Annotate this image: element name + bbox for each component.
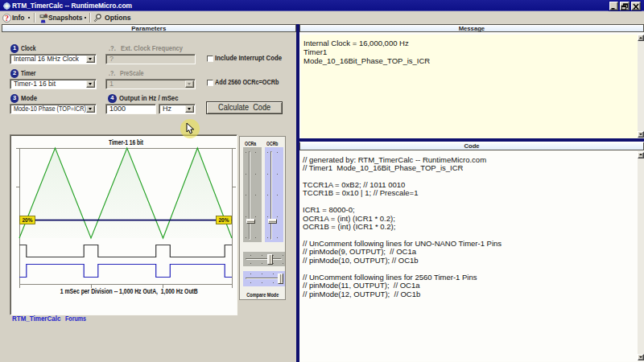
close-button[interactable]	[631, 2, 641, 10]
menu-bar: ? Info Snapshots Options	[0, 12, 644, 24]
ext-clock-input[interactable]: ?	[105, 54, 196, 64]
timer-select[interactable]: Timer-1 16 bit	[10, 79, 97, 89]
ocrb-slider-thumb[interactable]	[268, 219, 277, 224]
ocrb-slider-groove	[270, 151, 272, 240]
message-scroll-up-icon[interactable]	[638, 35, 644, 41]
info-icon: ?	[2, 14, 11, 23]
svg-text:?: ?	[5, 14, 9, 23]
menu-separator	[34, 13, 35, 23]
compare-slider-a-thumb[interactable]	[267, 254, 273, 265]
include-interrupt-checkbox[interactable]	[207, 56, 213, 62]
step4-badge: 4	[108, 94, 117, 103]
snapshots-icon	[39, 14, 48, 23]
menu-item-info[interactable]: Info	[12, 12, 26, 24]
forums-link-row: RTM_TimerCalcForums	[12, 314, 109, 323]
chart-caption: 1 mSec per Division -- 1,000 Hz OutA, 1,…	[16, 287, 242, 295]
include-interrupt-label: Include Interrupt Code	[215, 54, 292, 63]
unit-select[interactable]: Hz	[159, 104, 196, 114]
parameters-header: Parameters	[2, 24, 296, 32]
waveform-chart: Timer-1 16 bit 20%20% 1 mSec per Divisio…	[10, 134, 237, 315]
code-scroll-down-icon[interactable]	[638, 354, 644, 360]
svg-text:20%: 20%	[219, 216, 229, 224]
message-scroll-down-icon[interactable]	[638, 131, 644, 138]
mode-select[interactable]: Mode-10 Phase (TOP=ICR)	[10, 104, 97, 114]
step3-badge: 3	[10, 94, 19, 103]
ocr-slider-panel: OCRa OCRb Compare Mode	[239, 136, 286, 300]
clock-select-value: Internal 16 MHz Clock	[14, 55, 85, 64]
ocrc-label: Add 2560 OCRc=OCRb	[215, 78, 294, 87]
mode-select-arrow-icon[interactable]	[86, 105, 95, 113]
message-panel[interactable]: Internal Clock = 16,000,000 Hz Timer1 Mo…	[300, 35, 644, 138]
compare-slider-b-groove	[246, 278, 282, 279]
code-header-label: Code	[464, 142, 480, 150]
message-scrollbar[interactable]	[638, 35, 644, 138]
clock-select[interactable]: Internal 16 MHz Clock	[10, 54, 97, 64]
compare-mode-label: Compare Mode	[240, 292, 285, 298]
timer-select-arrow-icon[interactable]	[86, 80, 95, 88]
message-code-divider	[299, 138, 644, 142]
snapshots-dropdown-arrow[interactable]	[85, 17, 86, 19]
output-label: Output in Hz / mSec	[119, 94, 188, 103]
ext-clock-label: .?. Ext. Clock Frequency	[109, 44, 197, 53]
timer-select-value: Timer-1 16 bit	[14, 80, 58, 88]
prescale-label: .?. PreScale	[109, 69, 154, 78]
mode-label: Mode	[21, 94, 40, 103]
clock-select-arrow-icon[interactable]	[86, 56, 95, 63]
code-text: // generated by: RTM_TimerCalc -- Runtim…	[303, 156, 502, 299]
code-scroll-up-icon[interactable]	[638, 152, 644, 158]
message-header: Message	[299, 24, 644, 32]
minimize-button[interactable]	[609, 2, 618, 10]
output-value: 1000	[109, 105, 126, 113]
ocrb-label: OCRb	[262, 141, 283, 146]
restore-button[interactable]	[620, 2, 630, 10]
info-dropdown-arrow[interactable]	[28, 17, 30, 19]
message-header-label: Message	[459, 25, 485, 32]
ext-clock-value: ?	[109, 55, 114, 64]
ocra-label: OCRa	[240, 141, 262, 146]
code-scrollbar[interactable]	[638, 151, 644, 362]
forums-link[interactable]: Forums	[65, 314, 86, 323]
window-title: RTM_TimerCalc -- RuntimeMicro.com	[12, 0, 141, 11]
clock-label: Clock	[21, 44, 41, 53]
prescale-value: 1	[109, 80, 114, 88]
timer-label: Timer	[21, 69, 40, 78]
prescale-arrow-icon[interactable]	[185, 80, 194, 88]
ocra-slider-groove	[249, 151, 250, 240]
ocra-slider-thumb[interactable]	[246, 219, 255, 224]
calculate-code-button[interactable]: Calculate Code	[206, 101, 283, 114]
message-text: Internal Clock = 16,000,000 Hz Timer1 Mo…	[303, 39, 430, 66]
title-bar: RTM_TimerCalc -- RuntimeMicro.com	[0, 0, 644, 11]
mouse-cursor	[186, 122, 195, 134]
compare-slider-a-groove	[246, 258, 282, 260]
unit-value: Hz	[163, 105, 171, 113]
step1-badge: 1	[10, 44, 19, 53]
menu-item-options[interactable]: Options	[105, 12, 132, 24]
step2-badge: 2	[10, 69, 19, 78]
menu-item-snapshots[interactable]: Snapshots	[48, 12, 85, 24]
parameters-header-label: Parameters	[131, 25, 166, 32]
output-input[interactable]: 1000	[105, 104, 156, 114]
options-icon	[93, 14, 101, 22]
prescale-select[interactable]: 1	[105, 79, 196, 89]
app-link[interactable]: RTM_TimerCalc	[12, 314, 60, 323]
app-icon	[3, 2, 10, 10]
right-column: Message Internal Clock = 16,000,000 Hz T…	[296, 24, 644, 362]
code-header: Code	[299, 142, 644, 151]
app-window: RTM_TimerCalc -- RuntimeMicro.com ? Info	[0, 0, 644, 362]
svg-text:20%: 20%	[23, 216, 33, 224]
code-panel[interactable]: // generated by: RTM_TimerCalc -- Runtim…	[300, 151, 644, 362]
ocrc-checkbox[interactable]	[207, 80, 213, 86]
menu-separator-2	[89, 13, 91, 23]
unit-select-arrow-icon[interactable]	[185, 105, 194, 113]
